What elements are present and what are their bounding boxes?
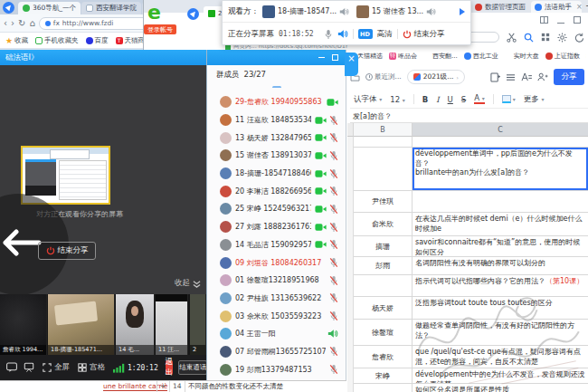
reload-icon[interactable]: ↻ <box>18 18 25 28</box>
tab-data-management[interactable]: 数据管理页面 <box>471 1 529 13</box>
doc-switcher-pill[interactable]: 2021级... › <box>407 70 465 84</box>
more-button[interactable]: 更多 ▾ <box>524 94 545 105</box>
font-size-select[interactable]: 12 ▾ <box>390 95 405 104</box>
bookmark-item[interactable]: 西安翻... <box>423 52 458 61</box>
video-thumbnail[interactable]: 11 汪... <box>156 294 188 355</box>
cell-student-name[interactable]: 彭雨 <box>354 257 413 275</box>
text-style-icon[interactable] <box>521 72 532 81</box>
cell-student-name[interactable] <box>354 275 413 297</box>
viewer-chip[interactable]: 15 谢佳杏 13... <box>356 5 436 18</box>
recent-docs-link[interactable]: 最近浏... <box>365 72 402 81</box>
bookmark-item[interactable]: 上证指数 <box>545 52 580 61</box>
bookmark-item[interactable]: 特唯品会 <box>389 52 417 61</box>
member-row[interactable]: 07 邱管雨桐13655725107 <box>207 343 346 361</box>
member-row[interactable]: 13 杨天娇 13284796576 <box>207 129 346 147</box>
cell-student-name[interactable] <box>354 137 413 148</box>
cell-student-name[interactable]: 詹睿欣 <box>354 346 413 368</box>
viewers-expand-arrow[interactable] <box>460 8 465 15</box>
member-row[interactable]: 18-摘珊-18547188460 <box>207 165 346 183</box>
member-row[interactable]: 11 汪嘉欣 18485353490 <box>207 111 346 129</box>
font-color-button[interactable]: A ▾ <box>474 94 485 104</box>
forward-icon[interactable]: › <box>11 18 14 28</box>
undo-icon[interactable] <box>574 33 584 43</box>
sheet-row[interactable]: 俞米欣在表达几点半的时候et demi（e）什么时候加e什么时候加e <box>347 213 588 236</box>
video-thumbnail[interactable]: 18-摘珊-185471... <box>48 294 115 355</box>
cell-question[interactable]: développement单词中，pp后面的e为什么不发音？ brillante… <box>413 148 588 191</box>
settings-gear-icon[interactable] <box>557 33 567 43</box>
cell-student-name[interactable]: 俞米欣 <box>354 213 413 236</box>
members-list[interactable]: 29-詹睿欣 1994095586311 汪嘉欣 1848535349013 杨… <box>207 93 346 380</box>
grid-view-button[interactable]: 宫格 <box>78 362 105 373</box>
strikethrough-button[interactable]: S <box>461 95 466 104</box>
member-row[interactable]: 01 徐鳌瑄13218951968 <box>207 272 346 290</box>
end-share-button[interactable]: 结束分享 <box>38 242 96 260</box>
video-thumbnail[interactable]: 詹睿欣 1994... <box>0 294 47 355</box>
member-row[interactable]: 14 毛晶洁 15909295717 <box>207 236 346 254</box>
cell-question[interactable]: 名词阴阳性有没有明确的界限可以划分的 <box>413 257 588 275</box>
minimize-icon[interactable] <box>318 57 325 58</box>
column-header-c[interactable]: C <box>413 123 588 137</box>
bookmark-item[interactable]: 手机收藏夹 <box>35 36 79 45</box>
formula-bar[interactable]: 发[a]的音？ <box>350 110 588 123</box>
scissors-icon[interactable] <box>507 33 517 43</box>
cell-student-name[interactable]: 宋峥 <box>354 368 413 384</box>
browser-tab[interactable]: 360导航_一个 <box>18 2 81 14</box>
scroll-up-hint[interactable] <box>272 86 281 89</box>
bookmark-item[interactable]: ★收藏 <box>5 36 28 45</box>
bookmark-item[interactable]: 西北工业 <box>464 52 498 61</box>
cell-question[interactable] <box>413 137 588 148</box>
share-button[interactable]: 分享 <box>554 69 584 85</box>
sheet-row[interactable]: 彭雨名词阴阳性有没有明确的界限可以划分的 <box>347 257 588 275</box>
italic-button[interactable]: I <box>436 95 439 104</box>
collapse-control[interactable]: 收起 <box>175 278 201 289</box>
sheet-row[interactable]: 宋峥développement中的e为什么不发音，发音规则还没怎么弄清楚 <box>347 368 588 384</box>
member-row[interactable]: 03 余米欣 15035593223 <box>207 307 346 325</box>
bold-button[interactable]: B <box>422 95 428 104</box>
cell-question[interactable]: 指示代词可以代指哪些内容？它的用法？（第10课） <box>413 275 588 297</box>
video-thumbnail[interactable]: 14 毛... <box>116 294 155 355</box>
cell-student-name[interactable]: 杨天娇 <box>354 297 413 320</box>
newtab-compass-icon[interactable] <box>187 8 199 20</box>
sheet-row[interactable]: 尹佳琪 <box>347 191 588 213</box>
cell-question[interactable]: 泛指形容词tout toute tous toutes的区分 <box>413 297 588 320</box>
bookmark-item[interactable]: 百度 <box>86 36 109 45</box>
viewer-chip[interactable]: 18-摘珊-18547... <box>262 5 349 18</box>
apps-grid-icon[interactable] <box>541 33 550 42</box>
tab-close-icon[interactable]: × <box>576 3 582 11</box>
login-account-badge[interactable]: 登录帐号 <box>144 24 176 34</box>
home-icon[interactable]: ⌂ <box>29 18 34 28</box>
cell-student-name[interactable]: 摘珊 <box>354 236 413 257</box>
member-row[interactable]: 25 宋峥 15245963217 <box>207 200 346 218</box>
cell-student-name[interactable]: 徐鳌瑄 <box>354 320 413 346</box>
cell-question[interactable]: 如何区分名词是所属还是性质 <box>413 384 588 392</box>
member-row[interactable]: 02 尹桂旗 13136539622 <box>207 290 346 308</box>
cell-student-name[interactable] <box>354 148 413 191</box>
cell-question[interactable]: développement中的e为什么不发音，发音规则还没怎么弄清楚 <box>413 368 588 384</box>
video-thumbnail[interactable]: 2 <box>190 294 206 355</box>
members-panel-titlebar[interactable] <box>207 50 346 65</box>
highlight-color-button[interactable]: ▾ <box>502 95 516 103</box>
chat-icon[interactable] <box>6 362 17 373</box>
add-collaborator-icon[interactable] <box>537 72 548 81</box>
browser-tab[interactable]: 西安翻译学院 <box>81 2 141 14</box>
minimize-button[interactable] <box>557 23 564 24</box>
sheet-row[interactable]: 戴勤如何区分名词是所属还是性质 <box>347 384 588 392</box>
back-arrow-icon[interactable] <box>2 229 42 256</box>
microphone-icon[interactable] <box>324 29 333 40</box>
members-panel-close-tab[interactable]: × <box>345 53 358 76</box>
cell-student-name[interactable]: 戴勤 <box>354 384 413 392</box>
sheet-row[interactable]: développement单词中，pp后面的e为什么不发音？ brillante… <box>347 148 588 191</box>
fullscreen-button[interactable]: 全屏 <box>43 362 70 373</box>
hd-badge[interactable]: HD <box>358 29 373 39</box>
exit-button[interactable]: 退出 <box>166 360 174 375</box>
member-row[interactable]: 27 刘露 18882361763 <box>207 218 346 236</box>
tab-french-assistant[interactable]: 法语助手 × <box>531 1 582 13</box>
new-doc-icon[interactable] <box>490 72 500 82</box>
end-call-button[interactable]: 结束通话 <box>178 360 207 375</box>
bookmark-item[interactable]: 实时大盘 <box>505 52 539 61</box>
member-row[interactable]: 20 李琳洁 18826695616 <box>207 182 346 200</box>
sheet-row[interactable] <box>347 137 588 148</box>
cell-student-name[interactable]: 尹佳琪 <box>354 191 413 213</box>
speaker-icon[interactable] <box>337 29 348 39</box>
cell-question[interactable]: 在表达几点半的时候et demi（e）什么时候加e什么时候加e <box>413 213 588 236</box>
